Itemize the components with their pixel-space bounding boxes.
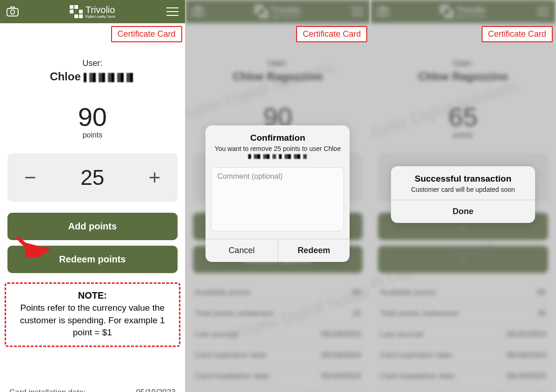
certificate-card-badge: Certificate Card <box>111 26 182 42</box>
confirmation-modal: Confirmation You want to remove 25 point… <box>205 125 350 262</box>
modal-subtitle: Customer card will be updated soon <box>391 186 535 193</box>
certificate-card-badge: Certificate Card <box>482 26 553 42</box>
logo-icon <box>70 5 83 18</box>
success-modal: Successful transaction Customer card wil… <box>391 166 535 223</box>
arrow-icon <box>15 234 52 257</box>
camera-icon[interactable] <box>7 7 19 17</box>
note-title: NOTE: <box>10 290 175 301</box>
brand-subtitle: Digital Loyalty Cards <box>86 15 115 18</box>
screen-1: Trivolio Digital Loyalty Cards Certifica… <box>0 0 185 392</box>
modal-title: Successful transaction <box>391 174 535 184</box>
stat-row-install-date: Card installation date:05/19/2023 <box>9 382 176 392</box>
minus-icon[interactable]: − <box>19 166 42 189</box>
points-value: 90 <box>7 102 178 132</box>
cancel-button[interactable]: Cancel <box>205 239 278 262</box>
hamburger-menu-icon[interactable] <box>166 7 179 16</box>
modal-subtitle: You want to remove 25 points to user Chl… <box>205 145 350 160</box>
user-name: Chloe <box>7 70 178 83</box>
redacted-surname <box>248 154 276 159</box>
brand-name: Trivolio <box>86 5 115 15</box>
modal-title: Confirmation <box>205 133 350 143</box>
points-label: points <box>7 131 178 139</box>
user-label: User: <box>7 59 178 68</box>
plus-icon[interactable]: + <box>143 166 166 189</box>
done-button[interactable]: Done <box>391 200 535 223</box>
redacted-surname <box>84 73 135 82</box>
modal-actions: Cancel Redeem <box>205 239 350 262</box>
modal-actions: Done <box>391 200 535 223</box>
certificate-card-badge: Certificate Card <box>296 26 367 42</box>
points-stepper: − 25 + <box>7 153 178 202</box>
brand-logo: Trivolio Digital Loyalty Cards <box>70 5 115 18</box>
screen-3: TrivolioDigital Loyalty Cards User: Chlo… <box>371 0 556 392</box>
comment-input[interactable]: Comment (optional) <box>211 167 344 231</box>
redeem-button[interactable]: Redeem <box>278 239 350 262</box>
app-header: Trivolio Digital Loyalty Cards <box>0 0 185 23</box>
svg-point-1 <box>11 10 15 14</box>
screen-2: TrivolioDigital Loyalty Cards User: Chlo… <box>185 0 371 392</box>
note-body: Points refer to the currency value the c… <box>10 302 175 339</box>
note-box: NOTE: Points refer to the currency value… <box>5 282 180 347</box>
stepper-value: 25 <box>80 165 104 190</box>
